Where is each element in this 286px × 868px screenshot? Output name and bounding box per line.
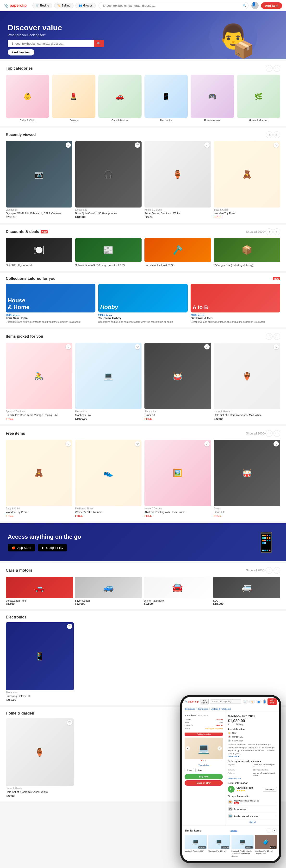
categories-prev-button[interactable]: ‹ xyxy=(266,65,273,72)
make-offer-button[interactable]: Make an offer xyxy=(184,780,223,786)
list-item[interactable]: 📦 £5 Vegan Box (Including delivery) xyxy=(214,238,281,267)
list-item[interactable]: 🏺 ♡ Home & Garden Halo Set of 3 Ceramic … xyxy=(6,718,74,798)
nav-search-input[interactable] xyxy=(98,2,249,9)
list-item[interactable]: 📰 Subscription to 3,500 magazines for £3… xyxy=(75,238,142,267)
app-preview-image: 📱 xyxy=(254,531,278,554)
items-picked-next[interactable]: › xyxy=(274,333,280,340)
list-item[interactable]: 🖼️ ♡ Home & Garden Abstract Painting wit… xyxy=(144,440,211,518)
wishlist-icon[interactable]: ♡ xyxy=(66,344,71,349)
list-item[interactable]: 🚘 White Hatchback £9,500 xyxy=(144,577,211,606)
phone-groups-pill[interactable]: 👥 xyxy=(256,700,261,704)
report-item-link[interactable]: Report this item xyxy=(228,777,277,779)
nav-pill-buying[interactable]: 🛒 Buying xyxy=(32,3,52,8)
nav-pill-groups[interactable]: 👥 Groups xyxy=(76,3,96,8)
share-button[interactable]: Share xyxy=(184,768,194,772)
google-play-button[interactable]: ▶ Google Play xyxy=(38,544,67,552)
list-item[interactable]: House& Home 2000+ items Your New Home De… xyxy=(6,284,95,323)
phone-logo[interactable]: 📎 paperclip xyxy=(184,700,199,703)
list-item[interactable]: 👟 ♡ Fashion & Shoes Women's Nike Trainer… xyxy=(75,440,142,518)
hero-search-button[interactable]: 🔍 xyxy=(94,40,104,47)
wishlist-icon[interactable]: ♡ xyxy=(67,624,72,629)
collection-overlay: Hobby xyxy=(98,302,188,312)
phone-add-item-button[interactable]: Add Item xyxy=(267,699,277,705)
wishlist-icon[interactable]: ♡ xyxy=(66,441,71,446)
message-seller-button[interactable]: Message xyxy=(263,787,277,792)
avatar[interactable]: 👤 xyxy=(251,2,259,9)
list-item[interactable]: 🥁 ♡ Drums Drum Kit FREE xyxy=(214,440,281,518)
see-more-button[interactable]: See more ▾ xyxy=(228,755,277,757)
collection-count: 2000+ items xyxy=(98,314,188,316)
categories-next-button[interactable]: › xyxy=(274,65,280,72)
offer-row-total: Offer total £869.00 xyxy=(184,724,223,726)
wishlist-icon[interactable]: ♡ xyxy=(274,441,279,446)
show-all-cars[interactable]: Show all 2000+ xyxy=(246,569,266,572)
home-garden-title: Home & garden xyxy=(6,711,34,715)
nav-search-button[interactable]: 🔍 xyxy=(242,4,247,7)
item-category: Drums xyxy=(214,507,281,510)
wishlist-icon[interactable]: ♡ xyxy=(274,344,279,349)
cars-prev[interactable]: ‹ xyxy=(266,567,273,574)
discounts-prev[interactable]: ‹ xyxy=(266,228,273,235)
wishlist-icon[interactable]: ♡ xyxy=(204,344,209,349)
phone-for-sale-button[interactable]: For sale ▾ xyxy=(200,699,209,705)
list-item[interactable]: 🚴 ♡ Sports & Outdoors Bianchi Pro Race T… xyxy=(6,343,72,421)
item-category: Electronics xyxy=(144,410,211,413)
phone-selling-pill[interactable]: 🏷️ xyxy=(249,700,255,704)
gallery-next-button[interactable]: › xyxy=(218,746,222,750)
list-item[interactable]: 🚙 Silver Sedan £12,000 xyxy=(75,577,142,606)
waiting-for-seller-button[interactable]: Waiting for seller xyxy=(184,733,223,736)
list-item[interactable]: 🏺 ♡ Home & Garden Peder Vases, Black and… xyxy=(144,141,211,219)
list-item[interactable]: 🧸 ♡ Baby & Child Wooden Toy Pram FREE xyxy=(214,141,281,219)
logo[interactable]: 📎 paperclip xyxy=(4,3,27,8)
wishlist-icon[interactable]: ♡ xyxy=(67,720,72,725)
hero-search-input[interactable] xyxy=(8,40,94,47)
category-item-cars[interactable]: 🚗 Cars & Motors xyxy=(98,75,142,122)
list-item[interactable]: 🪒 Harry's trial set just £3.95 xyxy=(144,238,211,267)
category-item-electronics[interactable]: 📱 Electronics xyxy=(144,75,188,122)
save-button[interactable]: Save xyxy=(195,768,204,772)
list-item[interactable]: 🎧 ♡ Electronics Bose QuietComfort 35 Hea… xyxy=(75,141,142,219)
list-item[interactable]: 🧸 ♡ Baby & Child Wooden Toy Pram FREE xyxy=(6,440,72,518)
category-item-entertainment[interactable]: 🎮 Entertainment xyxy=(191,75,234,122)
phone-logo-text: paperclip xyxy=(188,700,199,703)
wishlist-icon[interactable]: ♡ xyxy=(204,143,209,148)
list-item[interactable]: 📷 ♡ Electronics Olympus OM-D E-M10 Mark … xyxy=(6,141,72,219)
phone-buying-pill[interactable]: 🛒 xyxy=(243,700,249,704)
app-store-button[interactable]: 🍎 App Store xyxy=(8,544,35,552)
category-item-beauty[interactable]: 💄 Beauty xyxy=(52,75,95,122)
gallery-prev-button[interactable]: ‹ xyxy=(185,746,190,750)
show-all-free[interactable]: Show all 2000+ xyxy=(246,432,266,435)
wishlist-icon[interactable]: ♡ xyxy=(135,344,140,349)
wishlist-icon[interactable]: ♡ xyxy=(204,441,209,446)
buy-now-button[interactable]: Buy now xyxy=(184,774,223,779)
list-item[interactable]: 🚐 SUV £18,000 xyxy=(213,577,281,606)
list-item[interactable]: 🚗 Volkswagen Polo £8,500 xyxy=(6,577,73,606)
cars-next[interactable]: › xyxy=(274,567,280,574)
items-picked-prev[interactable]: ‹ xyxy=(266,333,273,340)
nav-pill-selling[interactable]: 🏷️ Selling xyxy=(54,3,74,8)
wishlist-icon[interactable]: ♡ xyxy=(66,143,71,148)
category-item-garden[interactable]: 🌿 Home & Garden xyxy=(237,75,280,122)
recently-viewed-prev[interactable]: ‹ xyxy=(266,131,273,138)
list-item[interactable]: 🍽️ Get 50% off your meal xyxy=(6,238,72,267)
list-item[interactable]: 🥁 ♡ Electronics Drum Kit FREE xyxy=(144,343,211,421)
wishlist-icon[interactable]: ♡ xyxy=(274,143,279,148)
free-items-prev[interactable]: ‹ xyxy=(266,430,273,437)
category-item-baby[interactable]: 👶 Baby & Child xyxy=(6,75,49,122)
group-item-tiger[interactable]: 🐯 Tiger Wood love this group Sale › xyxy=(228,799,277,803)
list-item[interactable]: A to B 2000+ items Get From A to B Descr… xyxy=(191,284,280,323)
phone-search-input[interactable] xyxy=(210,700,241,704)
add-item-button[interactable]: Add Item xyxy=(261,2,282,9)
wishlist-icon[interactable]: ♡ xyxy=(135,441,140,446)
phone-avatar[interactable]: 👤 xyxy=(263,699,266,704)
list-item[interactable]: 🏺 ♡ Home & Garden Halo Set of 3 Ceramic … xyxy=(214,343,281,421)
show-all-discounts[interactable]: Show all 2000+ xyxy=(246,230,266,234)
discounts-next[interactable]: › xyxy=(274,228,280,235)
free-items-next[interactable]: › xyxy=(274,430,280,437)
list-item[interactable]: 💻 ♡ Electronics Macbook Pro £1099.00 xyxy=(75,343,142,421)
list-item[interactable]: Hobby 2000+ items Your New Hobby Descrip… xyxy=(98,284,188,323)
list-item[interactable]: 📱 ♡ Electronics Samsung Galaxy S8 £250.0… xyxy=(6,622,74,702)
view-photos-button[interactable]: View photos xyxy=(199,764,209,766)
recently-viewed-next[interactable]: › xyxy=(274,131,280,138)
wishlist-icon[interactable]: ♡ xyxy=(135,143,140,148)
